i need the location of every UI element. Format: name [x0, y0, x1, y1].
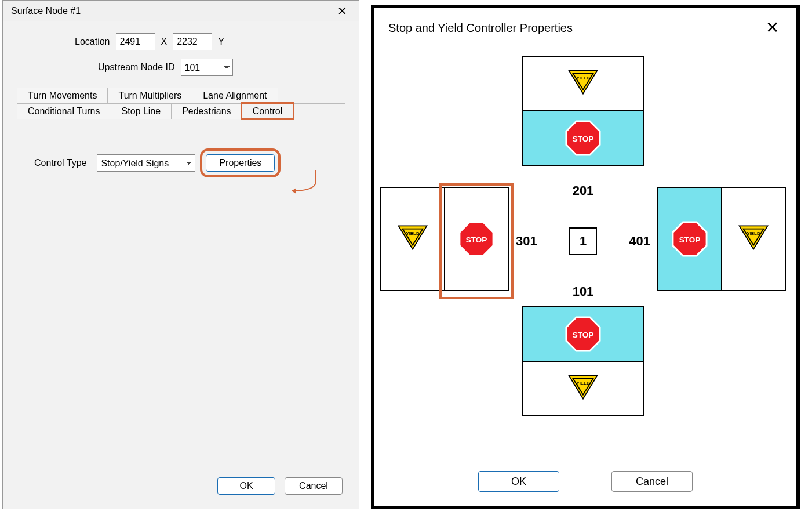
stop-sign-icon: [565, 316, 601, 352]
approach-west: [380, 187, 509, 291]
tab-turn-movements[interactable]: Turn Movements: [17, 88, 108, 103]
north-stop-cell[interactable]: [523, 110, 643, 165]
dialog-title: Stop and Yield Controller Properties: [388, 21, 573, 35]
close-icon[interactable]: ✕: [762, 19, 782, 37]
yield-sign-icon: [396, 223, 429, 255]
location-y-input[interactable]: [173, 33, 212, 50]
tab-pedestrians[interactable]: Pedestrians: [171, 103, 242, 119]
location-label: Location: [75, 37, 110, 47]
control-type-select[interactable]: Stop/Yield Signs: [97, 154, 195, 172]
title-bar: Surface Node #1 ✕: [3, 1, 359, 21]
tab-conditional-turns[interactable]: Conditional Turns: [17, 103, 111, 119]
tab-lane-alignment[interactable]: Lane Alignment: [192, 88, 278, 103]
upstream-label: Upstream Node ID: [98, 62, 175, 72]
node-id-west: 301: [516, 234, 537, 249]
surface-node-dialog: Surface Node #1 ✕ Location X Y Upstream …: [2, 0, 359, 509]
stop-sign-icon: [672, 221, 708, 257]
yield-sign-icon: [567, 372, 599, 405]
east-stop-cell[interactable]: [658, 188, 721, 290]
node-id-north: 201: [573, 183, 594, 198]
east-yield-cell[interactable]: [721, 188, 785, 290]
tab-control[interactable]: Control: [242, 103, 294, 119]
y-label: Y: [218, 37, 224, 47]
node-id-south: 101: [573, 284, 594, 299]
approach-south: [522, 306, 644, 416]
title-bar: Stop and Yield Controller Properties ✕: [374, 8, 796, 44]
annotation-arrow-icon: [281, 169, 327, 198]
approach-east: [657, 187, 786, 291]
approach-north: [522, 56, 644, 166]
close-icon[interactable]: ✕: [334, 4, 351, 18]
node-id-center[interactable]: 1: [569, 227, 597, 255]
tab-turn-multipliers[interactable]: Turn Multipliers: [107, 88, 192, 103]
north-yield-cell[interactable]: [523, 57, 643, 110]
west-yield-cell[interactable]: [381, 188, 444, 290]
south-stop-cell[interactable]: [523, 307, 643, 361]
tab-stop-line[interactable]: Stop Line: [111, 103, 172, 119]
cancel-button[interactable]: Cancel: [285, 477, 343, 495]
properties-button[interactable]: Properties: [206, 154, 275, 172]
control-type-label: Control Type: [34, 158, 86, 168]
node-id-east: 401: [629, 234, 650, 249]
yield-sign-icon: [567, 67, 599, 100]
dialog-title: Surface Node #1: [11, 6, 81, 16]
ok-button[interactable]: OK: [217, 477, 275, 495]
ok-button[interactable]: OK: [478, 471, 559, 492]
south-yield-cell[interactable]: [523, 361, 643, 415]
tab-strip: Turn Movements Turn Multipliers Lane Ali…: [17, 88, 345, 119]
x-label: X: [161, 37, 168, 47]
svg-marker-5: [292, 188, 296, 194]
stop-yield-properties-dialog: Stop and Yield Controller Properties ✕: [371, 5, 800, 509]
location-x-input[interactable]: [116, 33, 155, 50]
upstream-node-select[interactable]: 101: [181, 59, 233, 76]
yield-sign-icon: [737, 223, 770, 255]
west-stop-cell[interactable]: [444, 188, 508, 290]
stop-sign-icon: [565, 120, 601, 156]
cancel-button[interactable]: Cancel: [611, 471, 693, 492]
stop-sign-icon: [458, 221, 494, 257]
center-node-ids: 201 101 301 401 1: [516, 183, 650, 299]
